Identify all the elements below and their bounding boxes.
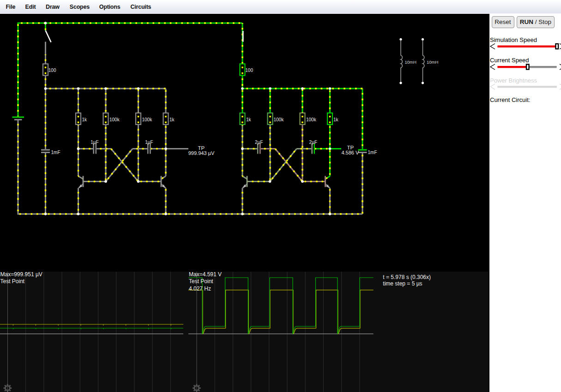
svg-text:100: 100 (48, 68, 56, 73)
svg-text:1k: 1k (169, 117, 175, 122)
svg-text:1k: 1k (82, 117, 88, 122)
svg-text:Test Point: Test Point (189, 278, 213, 285)
svg-text:time step = 5 µs: time step = 5 µs (383, 280, 422, 287)
svg-text:1mF: 1mF (368, 150, 377, 155)
svg-text:10mH: 10mH (405, 59, 416, 65)
svg-text:2µF: 2µF (309, 140, 317, 145)
svg-text:1k: 1k (246, 117, 252, 122)
svg-text:999.943 µV: 999.943 µV (188, 150, 215, 156)
svg-text:10mH: 10mH (427, 59, 438, 65)
svg-text:t = 5.978 s (0.306x): t = 5.978 s (0.306x) (383, 274, 431, 280)
svg-text:Max=4.591 V: Max=4.591 V (189, 271, 222, 278)
svg-text:1µF: 1µF (145, 140, 153, 145)
svg-text:Test Point: Test Point (0, 278, 25, 285)
svg-text:100k: 100k (306, 117, 317, 122)
svg-text:100k: 100k (274, 117, 284, 122)
svg-text:100k: 100k (142, 117, 153, 122)
svg-text:1k: 1k (333, 117, 339, 122)
svg-text:4.027 Hz: 4.027 Hz (189, 285, 211, 292)
svg-text:Max=999.951 µV: Max=999.951 µV (0, 271, 42, 278)
svg-text:4.586 V: 4.586 V (341, 150, 359, 155)
svg-text:100: 100 (245, 68, 253, 73)
svg-text:100k: 100k (109, 117, 120, 122)
svg-text:2µF: 2µF (255, 140, 263, 145)
svg-text:1µF: 1µF (90, 140, 98, 145)
svg-text:1mF: 1mF (51, 150, 60, 155)
